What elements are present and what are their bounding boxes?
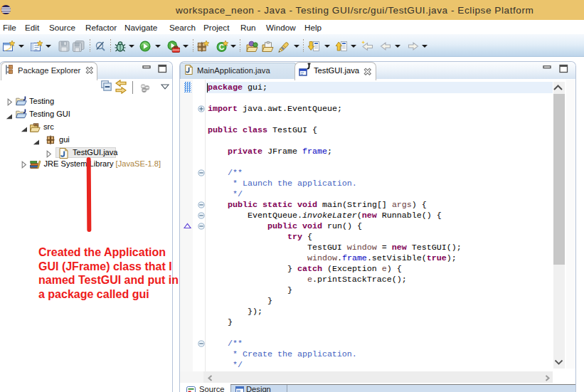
- svg-text:C: C: [219, 43, 225, 51]
